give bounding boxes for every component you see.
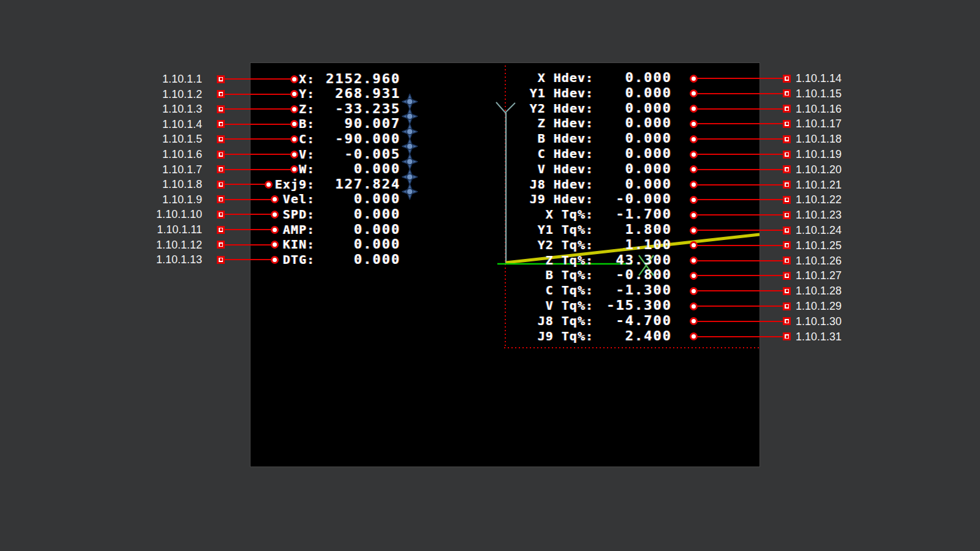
- dro-row: Z Tq%: 43.300: [471, 253, 672, 267]
- callout-square-marker: [783, 181, 791, 189]
- callout-circle-anchor: [290, 75, 298, 83]
- callout-circle-anchor: [271, 256, 279, 264]
- callout-square-marker: [783, 302, 791, 310]
- callout-square-marker: [217, 105, 225, 113]
- dro-value: 0.000: [315, 238, 401, 251]
- dro-row: Y2 Hdev: 0.000: [471, 102, 672, 115]
- callout-square-marker: [783, 120, 791, 128]
- dro-value: 0.000: [315, 162, 401, 176]
- callout-line: [225, 78, 290, 80]
- callout-square-marker: [217, 256, 225, 264]
- callout-label: 1.10.1.5: [141, 133, 202, 144]
- dro-value: 127.824: [315, 178, 401, 191]
- dro-label: C Hdev:: [471, 147, 594, 160]
- callout-circle-anchor: [271, 226, 279, 234]
- callout-circle-anchor: [690, 75, 698, 83]
- dro-row: Z Hdev: 0.000: [471, 116, 672, 130]
- dro-value: 2152.960: [315, 72, 401, 86]
- dro-value: -0.000: [594, 192, 672, 206]
- callout-circle-anchor: [690, 272, 698, 280]
- callout-row: 1.10.1.11: [141, 224, 279, 235]
- dro-value: 90.007: [315, 117, 401, 130]
- callout-row: 1.10.1.30: [690, 316, 848, 327]
- callout-label: 1.10.1.8: [141, 179, 202, 190]
- dro-label: Y2 Hdev:: [471, 102, 594, 115]
- callout-label: 1.10.1.23: [796, 209, 848, 220]
- callout-line: [698, 290, 783, 291]
- callout-label: 1.10.1.3: [141, 103, 202, 114]
- callout-label: 1.10.1.6: [141, 149, 202, 160]
- callout-row: 1.10.1.16: [690, 103, 848, 114]
- callout-line: [225, 199, 271, 200]
- callout-square-marker: [783, 135, 791, 143]
- dro-label: Z Tq%:: [471, 253, 594, 267]
- dro-row: SPD: 0.000: [263, 208, 401, 221]
- dro-row: Vel: 0.000: [263, 192, 401, 206]
- dro-label: V Hdev:: [471, 162, 594, 176]
- dro-label: Y2 Tq%:: [471, 238, 594, 252]
- dro-label: Y1 Hdev:: [471, 86, 594, 100]
- callout-square-marker: [783, 89, 791, 97]
- dro-row: J9 Tq%: 2.400: [471, 329, 672, 343]
- dro-label: C Tq%:: [471, 283, 594, 297]
- jog-crosshair-icon[interactable]: [402, 70, 418, 86]
- callout-circle-anchor: [690, 227, 698, 234]
- dro-value: 0.000: [315, 192, 401, 206]
- callout-row: 1.10.1.28: [690, 285, 848, 296]
- jog-crosshair-icon[interactable]: [402, 100, 418, 116]
- callout-line: [698, 245, 783, 246]
- jog-crosshair-icon[interactable]: [402, 146, 418, 162]
- callout-row: 1.10.1.27: [690, 270, 848, 281]
- callout-line: [698, 321, 783, 322]
- dro-value: -1.700: [594, 208, 672, 221]
- callout-square-marker: [217, 120, 225, 128]
- callout-square-marker: [217, 135, 225, 143]
- dro-label: J8 Hdev:: [471, 178, 594, 191]
- callout-label: 1.10.1.18: [796, 133, 848, 144]
- callout-label: 1.10.1.9: [141, 194, 202, 205]
- callout-line: [225, 94, 290, 95]
- callout-square-marker: [783, 165, 791, 173]
- jog-crosshair-icon[interactable]: [402, 115, 418, 131]
- callout-square-marker: [783, 196, 791, 204]
- callout-line: [698, 305, 783, 307]
- callout-row: 1.10.1.29: [690, 301, 848, 312]
- dro-row: B Hdev: 0.000: [471, 132, 672, 145]
- callout-circle-anchor: [690, 241, 698, 249]
- dro-row: X Hdev: 0.000: [471, 71, 672, 84]
- callout-label: 1.10.1.20: [796, 164, 848, 175]
- callout-label: 1.10.1.14: [796, 73, 848, 84]
- dro-row: V Hdev: 0.000: [471, 162, 672, 176]
- callout-line: [225, 169, 290, 170]
- callout-circle-anchor: [271, 195, 279, 203]
- callout-label: 1.10.1.2: [141, 89, 202, 100]
- callout-square-marker: [783, 272, 791, 280]
- callout-label: 1.10.1.21: [796, 179, 848, 190]
- dro-row: C Tq%: -1.300: [471, 283, 672, 297]
- dro-value: 0.000: [594, 132, 672, 145]
- callout-line: [698, 123, 783, 124]
- dro-row: X Tq%: -1.700: [471, 208, 672, 221]
- jog-crosshair-icon[interactable]: [402, 85, 418, 101]
- callout-square-marker: [217, 241, 225, 249]
- callout-row: 1.10.1.14: [690, 73, 848, 84]
- callout-line: [225, 108, 290, 110]
- dro-value: -15.300: [594, 299, 672, 312]
- jog-crosshair-icon[interactable]: [402, 160, 418, 176]
- dro-value: 2.400: [594, 329, 672, 343]
- callout-row: 1.10.1.3: [141, 103, 298, 114]
- callout-line: [225, 138, 290, 140]
- callout-row: 1.10.1.26: [690, 255, 848, 266]
- callout-label: 1.10.1.31: [796, 331, 848, 342]
- callout-square-marker: [783, 75, 791, 83]
- callout-row: 1.10.1.31: [690, 331, 848, 342]
- dro-row: AMP: 0.000: [263, 223, 401, 236]
- screenshot-root: X: 2152.960 Y: 268.931 Z: -33.235 B: 90.…: [0, 0, 980, 551]
- jog-crosshair-icon[interactable]: [402, 130, 418, 146]
- dro-row: V Tq%: -15.300: [471, 299, 672, 312]
- dro-label: B Hdev:: [471, 132, 594, 145]
- callout-circle-anchor: [690, 181, 698, 189]
- callout-row: 1.10.1.5: [141, 133, 298, 144]
- callout-line: [225, 154, 290, 155]
- callout-row: 1.10.1.1: [141, 73, 298, 84]
